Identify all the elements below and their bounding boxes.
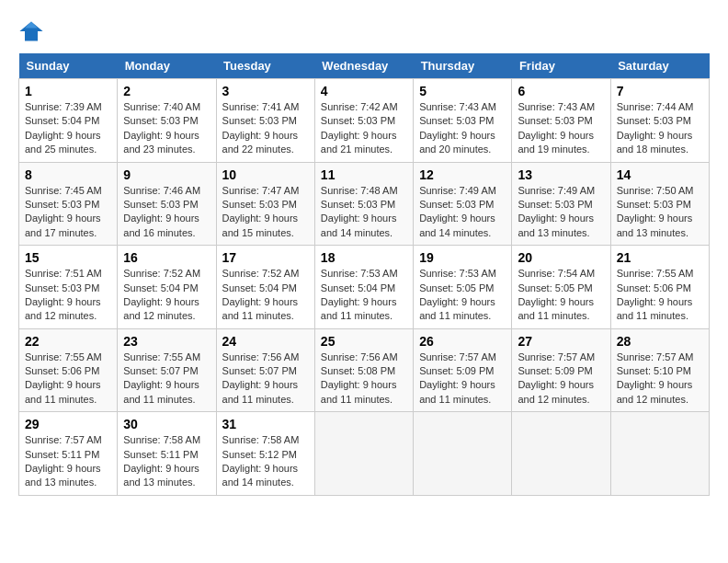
calendar-cell: 16Sunrise: 7:52 AMSunset: 5:04 PMDayligh… — [118, 246, 216, 329]
day-header-sunday: Sunday — [19, 53, 118, 79]
day-number: 15 — [25, 250, 111, 265]
calendar-table: SundayMondayTuesdayWednesdayThursdayFrid… — [18, 53, 710, 496]
day-info: Sunrise: 7:42 AMSunset: 5:03 PMDaylight:… — [321, 100, 407, 157]
day-number: 8 — [25, 167, 111, 182]
calendar-cell: 4Sunrise: 7:42 AMSunset: 5:03 PMDaylight… — [314, 79, 413, 163]
day-info: Sunrise: 7:56 AMSunset: 5:07 PMDaylight:… — [222, 350, 309, 408]
day-number: 25 — [321, 334, 407, 349]
day-number: 10 — [222, 167, 309, 182]
calendar-cell: 27Sunrise: 7:57 AMSunset: 5:09 PMDayligh… — [512, 328, 610, 412]
calendar-cell: 23Sunrise: 7:55 AMSunset: 5:07 PMDayligh… — [118, 328, 216, 412]
day-number: 24 — [222, 334, 309, 349]
day-number: 22 — [25, 334, 111, 349]
day-number: 20 — [518, 250, 604, 265]
day-info: Sunrise: 7:50 AMSunset: 5:03 PMDaylight:… — [617, 184, 703, 241]
calendar-cell: 9Sunrise: 7:46 AMSunset: 5:03 PMDaylight… — [118, 162, 216, 246]
day-number: 30 — [123, 417, 210, 431]
day-header-tuesday: Tuesday — [216, 53, 314, 79]
logo — [18, 18, 48, 44]
day-info: Sunrise: 7:53 AMSunset: 5:04 PMDaylight:… — [321, 267, 407, 324]
calendar-cell: 6Sunrise: 7:43 AMSunset: 5:03 PMDaylight… — [512, 79, 610, 163]
calendar-week-1: 1Sunrise: 7:39 AMSunset: 5:04 PMDaylight… — [19, 79, 710, 163]
logo-icon — [18, 18, 44, 44]
day-number: 17 — [222, 250, 309, 265]
calendar-cell: 7Sunrise: 7:44 AMSunset: 5:03 PMDaylight… — [610, 79, 709, 163]
calendar-cell: 31Sunrise: 7:58 AMSunset: 5:12 PMDayligh… — [216, 412, 314, 496]
calendar-cell — [414, 412, 512, 496]
day-info: Sunrise: 7:57 AMSunset: 5:09 PMDaylight:… — [419, 350, 506, 408]
day-header-thursday: Thursday — [414, 53, 512, 79]
calendar-cell: 3Sunrise: 7:41 AMSunset: 5:03 PMDaylight… — [216, 79, 314, 163]
day-number: 21 — [617, 250, 703, 265]
day-number: 29 — [25, 417, 111, 431]
day-number: 26 — [419, 334, 506, 349]
calendar-cell — [512, 412, 610, 496]
day-info: Sunrise: 7:57 AMSunset: 5:09 PMDaylight:… — [518, 350, 604, 408]
day-number: 16 — [123, 250, 210, 265]
calendar-cell: 26Sunrise: 7:57 AMSunset: 5:09 PMDayligh… — [414, 328, 512, 412]
day-info: Sunrise: 7:43 AMSunset: 5:03 PMDaylight:… — [419, 100, 506, 157]
day-info: Sunrise: 7:57 AMSunset: 5:10 PMDaylight:… — [617, 350, 703, 408]
calendar-cell — [610, 412, 709, 496]
day-number: 1 — [25, 84, 111, 98]
calendar-cell: 1Sunrise: 7:39 AMSunset: 5:04 PMDaylight… — [19, 79, 118, 163]
day-info: Sunrise: 7:44 AMSunset: 5:03 PMDaylight:… — [617, 100, 703, 157]
svg-marker-1 — [25, 22, 38, 29]
day-info: Sunrise: 7:47 AMSunset: 5:03 PMDaylight:… — [222, 184, 309, 241]
day-info: Sunrise: 7:52 AMSunset: 5:04 PMDaylight:… — [222, 267, 309, 324]
day-info: Sunrise: 7:40 AMSunset: 5:03 PMDaylight:… — [123, 100, 210, 157]
calendar-cell: 19Sunrise: 7:53 AMSunset: 5:05 PMDayligh… — [414, 246, 512, 329]
calendar-cell: 15Sunrise: 7:51 AMSunset: 5:03 PMDayligh… — [19, 246, 118, 329]
day-number: 4 — [321, 84, 407, 98]
day-info: Sunrise: 7:43 AMSunset: 5:03 PMDaylight:… — [518, 100, 604, 157]
calendar-week-2: 8Sunrise: 7:45 AMSunset: 5:03 PMDaylight… — [19, 162, 710, 246]
day-info: Sunrise: 7:54 AMSunset: 5:05 PMDaylight:… — [518, 267, 604, 324]
day-info: Sunrise: 7:49 AMSunset: 5:03 PMDaylight:… — [518, 184, 604, 241]
calendar-header-row: SundayMondayTuesdayWednesdayThursdayFrid… — [19, 53, 710, 79]
calendar-cell: 11Sunrise: 7:48 AMSunset: 5:03 PMDayligh… — [314, 162, 413, 246]
calendar-week-3: 15Sunrise: 7:51 AMSunset: 5:03 PMDayligh… — [19, 246, 710, 329]
day-number: 23 — [123, 334, 210, 349]
day-info: Sunrise: 7:58 AMSunset: 5:12 PMDaylight:… — [222, 433, 309, 490]
day-number: 2 — [123, 84, 210, 98]
day-number: 31 — [222, 417, 309, 431]
day-info: Sunrise: 7:48 AMSunset: 5:03 PMDaylight:… — [321, 184, 407, 241]
calendar-cell: 14Sunrise: 7:50 AMSunset: 5:03 PMDayligh… — [610, 162, 709, 246]
calendar-cell: 17Sunrise: 7:52 AMSunset: 5:04 PMDayligh… — [216, 246, 314, 329]
calendar-cell: 22Sunrise: 7:55 AMSunset: 5:06 PMDayligh… — [19, 328, 118, 412]
day-header-friday: Friday — [512, 53, 610, 79]
day-info: Sunrise: 7:56 AMSunset: 5:08 PMDaylight:… — [321, 350, 407, 408]
calendar-week-4: 22Sunrise: 7:55 AMSunset: 5:06 PMDayligh… — [19, 328, 710, 412]
calendar-cell: 20Sunrise: 7:54 AMSunset: 5:05 PMDayligh… — [512, 246, 610, 329]
day-header-monday: Monday — [118, 53, 216, 79]
calendar-cell — [314, 412, 413, 496]
calendar-cell: 5Sunrise: 7:43 AMSunset: 5:03 PMDaylight… — [414, 79, 512, 163]
day-number: 18 — [321, 250, 407, 265]
calendar-week-5: 29Sunrise: 7:57 AMSunset: 5:11 PMDayligh… — [19, 412, 710, 496]
calendar-cell: 13Sunrise: 7:49 AMSunset: 5:03 PMDayligh… — [512, 162, 610, 246]
calendar-cell: 8Sunrise: 7:45 AMSunset: 5:03 PMDaylight… — [19, 162, 118, 246]
calendar-cell: 10Sunrise: 7:47 AMSunset: 5:03 PMDayligh… — [216, 162, 314, 246]
day-number: 27 — [518, 334, 604, 349]
day-number: 9 — [123, 167, 210, 182]
calendar-cell: 25Sunrise: 7:56 AMSunset: 5:08 PMDayligh… — [314, 328, 413, 412]
calendar-header — [18, 18, 710, 44]
day-info: Sunrise: 7:52 AMSunset: 5:04 PMDaylight:… — [123, 267, 210, 324]
day-info: Sunrise: 7:39 AMSunset: 5:04 PMDaylight:… — [25, 100, 111, 157]
day-header-wednesday: Wednesday — [314, 53, 413, 79]
day-info: Sunrise: 7:45 AMSunset: 5:03 PMDaylight:… — [25, 184, 111, 241]
day-number: 12 — [419, 167, 506, 182]
day-number: 6 — [518, 84, 604, 98]
day-header-saturday: Saturday — [610, 53, 709, 79]
day-number: 11 — [321, 167, 407, 182]
day-info: Sunrise: 7:53 AMSunset: 5:05 PMDaylight:… — [419, 267, 506, 324]
day-number: 3 — [222, 84, 309, 98]
day-number: 14 — [617, 167, 703, 182]
calendar-cell: 28Sunrise: 7:57 AMSunset: 5:10 PMDayligh… — [610, 328, 709, 412]
day-number: 28 — [617, 334, 703, 349]
calendar-cell: 2Sunrise: 7:40 AMSunset: 5:03 PMDaylight… — [118, 79, 216, 163]
day-info: Sunrise: 7:55 AMSunset: 5:06 PMDaylight:… — [25, 350, 111, 408]
day-number: 5 — [419, 84, 506, 98]
day-info: Sunrise: 7:46 AMSunset: 5:03 PMDaylight:… — [123, 184, 210, 241]
day-info: Sunrise: 7:58 AMSunset: 5:11 PMDaylight:… — [123, 433, 210, 490]
